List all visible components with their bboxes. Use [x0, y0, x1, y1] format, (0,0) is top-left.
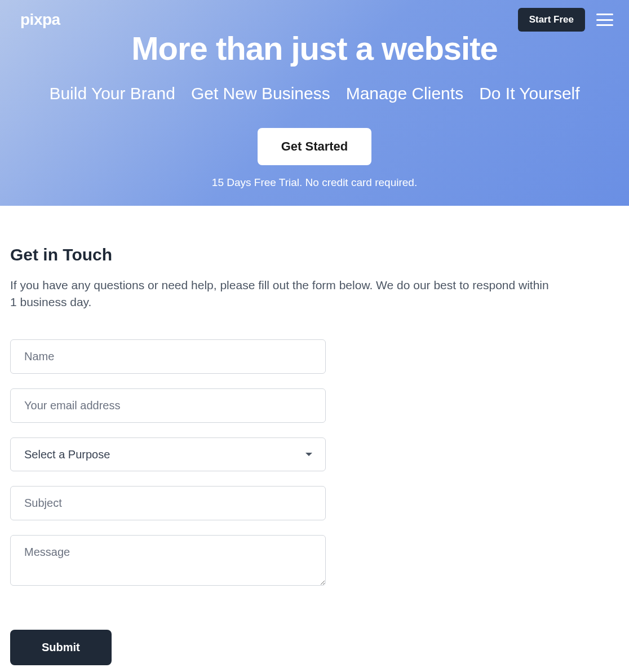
submit-button[interactable]: Submit — [10, 630, 112, 665]
benefit-item: Manage Clients — [346, 84, 463, 103]
get-started-button[interactable]: Get Started — [258, 128, 372, 165]
topbar-right: Start Free — [518, 8, 619, 32]
benefits-row: Build Your Brand Get New Business Manage… — [10, 84, 619, 103]
start-free-button[interactable]: Start Free — [518, 8, 585, 32]
benefit-item: Get New Business — [191, 84, 330, 103]
message-textarea[interactable] — [10, 535, 326, 586]
hero-title: More than just a website — [10, 29, 619, 67]
logo[interactable]: pixpa — [10, 11, 60, 29]
name-input[interactable] — [10, 339, 326, 374]
trial-note: 15 Days Free Trial. No credit card requi… — [10, 176, 619, 189]
contact-section: Get in Touch If you have any questions o… — [0, 206, 629, 672]
hamburger-menu-icon[interactable] — [596, 14, 613, 26]
section-description: If you have any questions or need help, … — [10, 277, 551, 311]
purpose-select-wrapper: Select a Purpose — [10, 437, 326, 471]
benefit-item: Do It Yourself — [479, 84, 579, 103]
hero-section: pixpa Start Free More than just a websit… — [0, 0, 629, 206]
contact-form: Select a Purpose Submit — [10, 339, 326, 665]
email-input[interactable] — [10, 388, 326, 423]
section-title: Get in Touch — [10, 245, 619, 264]
purpose-select[interactable]: Select a Purpose — [10, 437, 326, 471]
benefit-item: Build Your Brand — [49, 84, 175, 103]
subject-input[interactable] — [10, 486, 326, 520]
